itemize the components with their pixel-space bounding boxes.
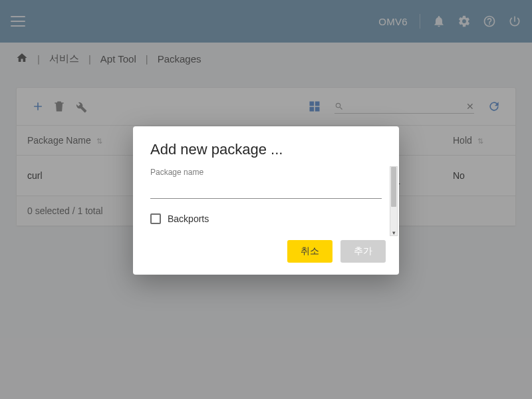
scroll-thumb[interactable] (391, 167, 396, 207)
submit-button[interactable]: 추가 (340, 240, 386, 263)
field-label-package-name: Package name (150, 168, 382, 177)
add-package-dialog: Add new package ... Package name Backpor… (133, 126, 399, 275)
backports-label: Backports (168, 213, 209, 224)
backports-checkbox[interactable] (150, 213, 161, 224)
modal-backdrop[interactable]: Add new package ... Package name Backpor… (0, 0, 532, 399)
cancel-button[interactable]: 취소 (287, 240, 332, 263)
dialog-scrollbar[interactable]: ▴ ▾ (390, 166, 398, 236)
package-name-input[interactable] (150, 180, 382, 199)
scroll-down-icon[interactable]: ▾ (390, 229, 397, 237)
dialog-title: Add new package ... (150, 141, 382, 158)
